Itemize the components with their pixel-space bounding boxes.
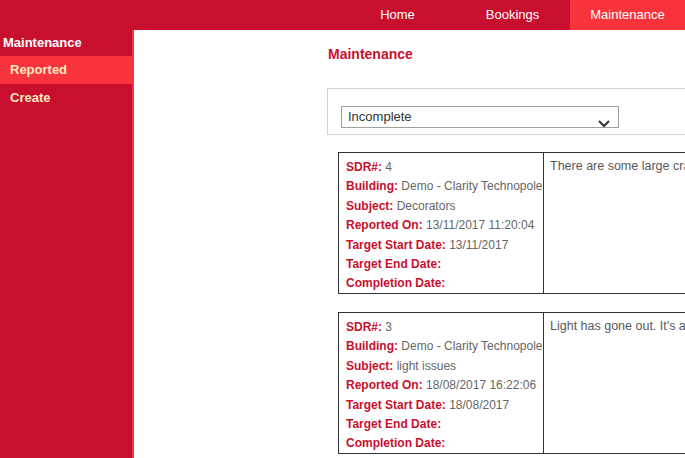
field-label: Building: <box>346 179 398 193</box>
sidebar-item-reported[interactable]: Reported <box>0 56 132 84</box>
field-value: 13/11/2017 <box>449 238 508 252</box>
field-value: Decorators <box>397 199 456 213</box>
field-label: Building: <box>346 339 398 353</box>
field-label: Subject: <box>346 199 393 213</box>
field-value: Demo - Clarity Technopole <box>401 339 542 353</box>
field-value: 3 <box>385 320 392 334</box>
field-label: Target Start Date: <box>346 398 446 412</box>
sidebar: Maintenance Reported Create <box>0 30 134 458</box>
field-label: Reported On: <box>346 218 423 232</box>
field-row: Reported On: 18/08/2017 16:22:06 <box>346 376 543 395</box>
field-label: Target Start Date: <box>346 238 446 252</box>
record-description: There are some large cracks <box>544 153 685 293</box>
field-label: Reported On: <box>346 378 423 392</box>
field-value: 18/08/2017 <box>449 398 509 412</box>
tab-bookings[interactable]: Bookings <box>455 0 570 30</box>
field-label: SDR#: <box>346 160 382 174</box>
field-row: Building: Demo - Clarity Technopole <box>346 337 543 356</box>
field-value: Demo - Clarity Technopole <box>401 179 542 193</box>
chevron-down-icon <box>598 114 610 134</box>
status-filter-selected-value: Incomplete <box>348 109 412 124</box>
field-row: Completion Date: <box>346 274 543 293</box>
filter-panel: Incomplete <box>327 88 685 135</box>
tab-home[interactable]: Home <box>340 0 455 30</box>
page-title: Maintenance <box>328 46 413 62</box>
record-description: Light has gone out. It's abov <box>544 313 685 453</box>
field-row: Subject: Decorators <box>346 197 543 216</box>
field-row: Reported On: 13/11/2017 11:20:04 <box>346 216 543 235</box>
field-row: SDR#: 3 <box>346 318 543 337</box>
field-label: Completion Date: <box>346 276 445 290</box>
field-row: Building: Demo - Clarity Technopole <box>346 177 543 196</box>
maintenance-record-card[interactable]: SDR#: 3Building: Demo - Clarity Technopo… <box>338 312 685 454</box>
maintenance-record-card[interactable]: SDR#: 4Building: Demo - Clarity Technopo… <box>338 152 685 294</box>
record-fields: SDR#: 3Building: Demo - Clarity Technopo… <box>339 313 544 453</box>
sidebar-title: Maintenance <box>0 30 132 56</box>
field-row: Completion Date: <box>346 434 543 453</box>
field-value: 18/08/2017 16:22:06 <box>426 378 536 392</box>
field-label: Target End Date: <box>346 257 441 271</box>
field-value: 4 <box>385 160 392 174</box>
field-label: Subject: <box>346 359 393 373</box>
field-row: Subject: light issues <box>346 357 543 376</box>
field-value: 13/11/2017 11:20:04 <box>426 218 534 232</box>
field-label: Completion Date: <box>346 436 445 450</box>
field-row: Target Start Date: 13/11/2017 <box>346 236 543 255</box>
field-label: Target End Date: <box>346 417 441 431</box>
field-label: SDR#: <box>346 320 382 334</box>
field-value: light issues <box>397 359 456 373</box>
record-fields: SDR#: 4Building: Demo - Clarity Technopo… <box>339 153 544 293</box>
tab-maintenance[interactable]: Maintenance <box>570 0 685 30</box>
status-filter-select[interactable]: Incomplete <box>341 106 619 128</box>
top-navigation: Home Bookings Maintenance <box>0 0 685 30</box>
field-row: SDR#: 4 <box>346 158 543 177</box>
field-row: Target End Date: <box>346 415 543 434</box>
sidebar-item-create[interactable]: Create <box>0 84 132 112</box>
field-row: Target Start Date: 18/08/2017 <box>346 396 543 415</box>
field-row: Target End Date: <box>346 255 543 274</box>
